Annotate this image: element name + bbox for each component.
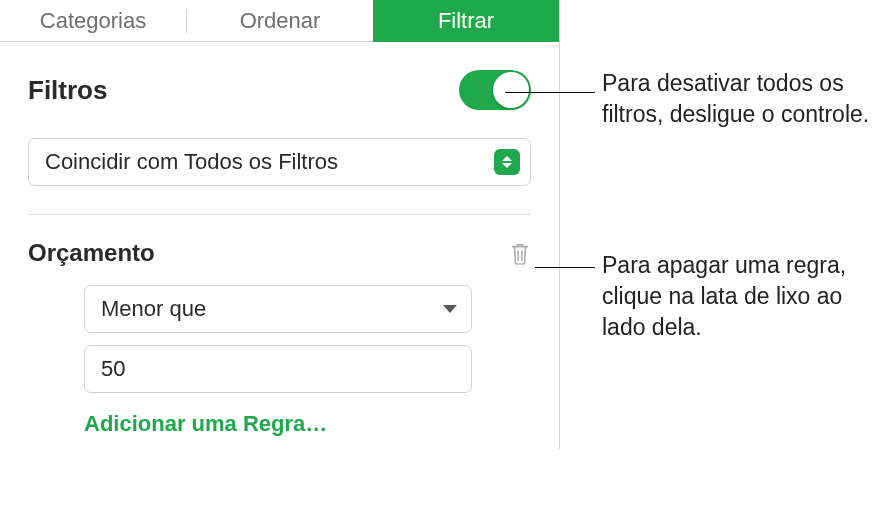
comparator-label: Menor que <box>101 296 206 322</box>
comparator-select[interactable]: Menor que <box>84 285 472 333</box>
updown-arrows-icon <box>494 149 520 175</box>
callout-line-trash <box>535 267 595 268</box>
filters-heading: Filtros <box>28 75 107 106</box>
toggle-knob <box>493 72 529 108</box>
tab-sort[interactable]: Ordenar <box>187 0 373 42</box>
callout-line-toggle <box>505 92 595 93</box>
tab-categories[interactable]: Categorias <box>0 0 186 42</box>
rule-column-label: Orçamento <box>28 239 155 267</box>
callout-trash: Para apagar uma regra, clique na lata de… <box>602 250 882 343</box>
trash-icon[interactable] <box>509 241 531 265</box>
callout-toggle: Para desativar todos os filtros, desligu… <box>602 68 882 130</box>
divider <box>28 214 531 215</box>
match-mode-label: Coincidir com Todos os Filtros <box>45 149 338 175</box>
tabs-bar: Categorias Ordenar Filtrar <box>0 0 559 42</box>
value-input[interactable] <box>84 345 472 393</box>
tab-filter[interactable]: Filtrar <box>373 0 559 42</box>
match-mode-select[interactable]: Coincidir com Todos os Filtros <box>28 138 531 186</box>
chevron-down-icon <box>443 305 457 313</box>
filter-panel: Categorias Ordenar Filtrar Filtros Coinc… <box>0 0 560 449</box>
filters-toggle[interactable] <box>459 70 531 110</box>
add-rule-button[interactable]: Adicionar uma Regra… <box>84 411 531 437</box>
